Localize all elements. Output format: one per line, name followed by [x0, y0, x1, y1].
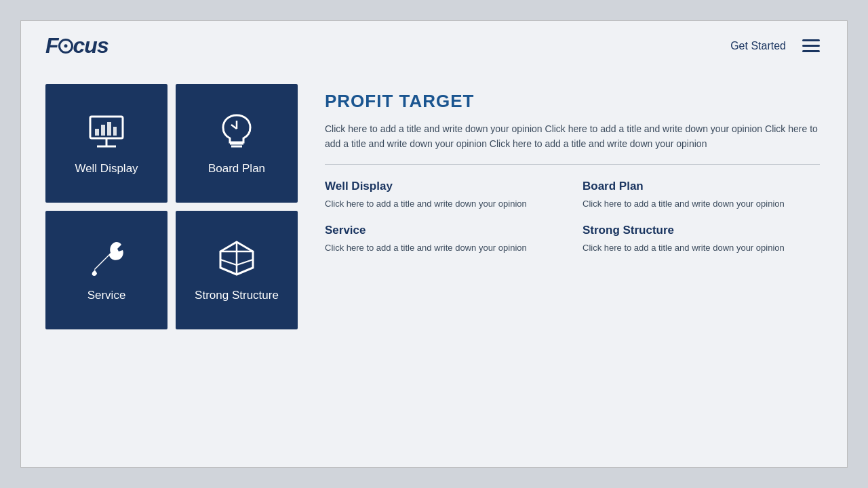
tile-strong-structure-label: Strong Structure	[195, 288, 279, 303]
page-container: F cus Get Started	[20, 20, 848, 468]
tiles-grid: Well Display Board Plan	[45, 84, 298, 329]
feature-service-title: Service	[325, 224, 562, 237]
tile-service[interactable]: Service	[45, 211, 167, 329]
tile-board-plan[interactable]: Board Plan	[176, 84, 298, 203]
svg-rect-6	[113, 127, 117, 136]
hamburger-line-2	[802, 45, 820, 47]
tile-well-display-label: Well Display	[75, 161, 138, 176]
header: F cus Get Started	[21, 21, 847, 70]
feature-strong-structure-desc: Click here to add a title and write down…	[583, 241, 820, 255]
svg-line-15	[237, 260, 253, 265]
feature-service-desc: Click here to add a title and write down…	[325, 241, 562, 255]
tile-well-display[interactable]: Well Display	[45, 84, 167, 203]
logo: F cus	[45, 33, 108, 58]
feature-board-plan-title: Board Plan	[583, 180, 820, 193]
feature-service: Service Click here to add a title and wr…	[325, 224, 562, 255]
lightbulb-icon	[215, 110, 258, 153]
svg-rect-4	[101, 125, 105, 136]
feature-board-plan: Board Plan Click here to add a title and…	[583, 180, 820, 211]
features-grid: Well Display Click here to add a title a…	[325, 180, 820, 255]
presentation-icon	[85, 110, 128, 153]
hamburger-line-3	[802, 50, 820, 52]
feature-well-display-desc: Click here to add a title and write down…	[325, 197, 562, 211]
get-started-link[interactable]: Get Started	[730, 40, 786, 52]
svg-rect-3	[95, 129, 99, 136]
tile-board-plan-label: Board Plan	[208, 161, 265, 176]
hamburger-line-1	[802, 39, 820, 41]
svg-line-14	[220, 260, 237, 265]
feature-well-display-title: Well Display	[325, 180, 562, 193]
header-right: Get Started	[730, 39, 820, 52]
feature-well-display: Well Display Click here to add a title a…	[325, 180, 562, 211]
info-panel: PROFIT TARGET Click here to add a title …	[325, 84, 820, 255]
wrench-icon	[85, 237, 128, 280]
profit-title: PROFIT TARGET	[325, 91, 820, 112]
main-content: Well Display Board Plan	[21, 70, 847, 467]
profit-description: Click here to add a title and write down…	[325, 121, 820, 152]
feature-strong-structure: Strong Structure Click here to add a tit…	[583, 224, 820, 255]
svg-rect-5	[107, 122, 111, 136]
cube-icon	[215, 237, 258, 280]
hamburger-menu[interactable]	[802, 39, 820, 52]
feature-board-plan-desc: Click here to add a title and write down…	[583, 197, 820, 211]
feature-strong-structure-title: Strong Structure	[583, 224, 820, 237]
tile-service-label: Service	[87, 288, 126, 303]
tile-strong-structure[interactable]: Strong Structure	[176, 211, 298, 329]
divider	[325, 164, 820, 165]
